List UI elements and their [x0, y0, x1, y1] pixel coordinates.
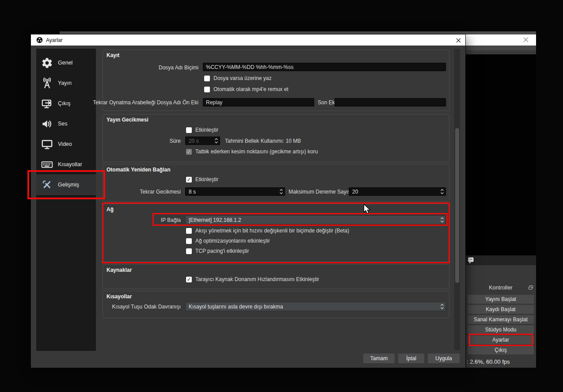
duration-label: Süre [170, 138, 181, 144]
spinbox-arrows-icon[interactable] [439, 188, 445, 195]
section-title: Kayıt [107, 52, 119, 58]
browser-hw-accel-checkbox-row: Tarayıcı Kaynak Donanım Hızlandırmasını … [186, 276, 319, 282]
start-recording-button[interactable]: Kaydı Başlat [468, 305, 534, 314]
reconnect-enable-checkbox[interactable] [186, 177, 192, 183]
replay-prefix-input[interactable] [203, 98, 314, 107]
overwrite-checkbox[interactable] [204, 76, 210, 81]
preserve-cutoff-checkbox[interactable] [186, 149, 192, 155]
ok-button[interactable]: Tamam [363, 354, 395, 363]
section-recording: Kayıt Dosya Adı Biçimi Dosya varsa üzeri… [103, 49, 449, 111]
retry-delay-spinbox[interactable]: 8 s [185, 187, 285, 196]
annotation-bind-ip-highlight [152, 213, 448, 226]
retry-delay-label: Tekrar Gecikmesi [140, 189, 181, 195]
cancel-button[interactable]: İptal [398, 354, 424, 363]
sidebar-item-yayin[interactable]: Yayın [36, 73, 96, 93]
hotkey-focus-combobox[interactable]: Kısayol tuşlarını asla devre dışı bırakm… [185, 302, 446, 311]
dialog-titlebar: Ayarlar [31, 34, 465, 46]
section-auto-reconnect: Otomatik Yeniden Bağlan Etkinleştir Tekr… [103, 164, 449, 202]
annotation-network-section-highlight [102, 202, 450, 263]
filename-format-input[interactable] [203, 63, 446, 71]
browser-hw-accel-checkbox[interactable] [186, 277, 192, 282]
delay-enable-checkbox-label: Etkinleştir [195, 127, 218, 133]
sidebar-item-label: Ses [58, 121, 68, 127]
exit-button[interactable]: Çıkış [468, 346, 534, 354]
overwrite-checkbox-label: Dosya varsa üzerine yaz [213, 75, 271, 81]
broadcast-antenna-icon [40, 76, 53, 90]
reconnect-enable-checkbox-row: Etkinleştir [186, 176, 218, 183]
replay-prefix-label: Tekrar Oynatma Arabelleği Dosya Adı Ön E… [93, 99, 198, 106]
annotation-gelismis-highlight [27, 170, 105, 199]
keyboard-icon [40, 158, 53, 171]
max-retries-label: Maksimum Deneme Sayısı [289, 189, 352, 195]
section-sources: Kaynaklar Tarayıcı Kaynak Donanım Hızlan… [103, 264, 449, 289]
dialog-close-icon[interactable] [455, 37, 462, 44]
remux-checkbox[interactable] [204, 87, 210, 92]
remux-checkbox-row: Otomatik olarak mp4'e remux et [204, 86, 289, 92]
suffix-label: Son Eki [318, 99, 336, 106]
overwrite-checkbox-row: Dosya varsa üzerine yaz [204, 75, 271, 81]
dialog-scrollbar[interactable] [454, 49, 460, 350]
studio-mode-button[interactable]: Stüdyo Modu [468, 325, 534, 334]
reconnect-enable-checkbox-label: Etkinleştir [195, 176, 218, 183]
settings-dialog: Ayarlar Genel Yayın [31, 34, 465, 368]
speaker-icon [40, 117, 53, 130]
section-stream-delay: Yayın Gecikmesi Etkinleştir Süre 20 s Ta… [103, 114, 449, 162]
close-icon[interactable] [523, 37, 529, 43]
filename-format-label: Dosya Adı Biçimi [159, 65, 198, 71]
spinbox-arrows-icon[interactable] [278, 188, 285, 195]
settings-sidebar: Genel Yayın Çıkış [36, 49, 96, 351]
section-title: Kısayollar [107, 293, 132, 300]
monitor-icon [40, 137, 53, 151]
section-title: Kaynaklar [107, 267, 132, 273]
spinbox-arrows-icon[interactable] [213, 137, 220, 145]
sidebar-item-label: Yayın [58, 80, 72, 86]
combobox-arrows-icon[interactable] [439, 302, 445, 311]
gear-icon [40, 56, 53, 69]
remux-checkbox-label: Otomatik olarak mp4'e remux et [213, 86, 289, 92]
monitor-arrow-icon [40, 97, 53, 110]
sidebar-item-label: Video [58, 141, 72, 147]
apply-button[interactable]: Uygula [428, 354, 460, 363]
suffix-input[interactable] [335, 98, 446, 107]
annotation-settings-button-highlight [469, 334, 533, 346]
delay-enable-checkbox[interactable] [186, 127, 192, 133]
memory-usage-note: Tahmini Bellek Kullanımı: 10 MB [225, 138, 301, 144]
sidebar-item-genel[interactable]: Genel [36, 53, 96, 73]
controls-dock-title: Kontroller [465, 285, 536, 291]
sidebar-item-ses[interactable]: Ses [36, 114, 96, 134]
scrollbar-thumb[interactable] [455, 128, 459, 283]
main-window-top-edge [60, 31, 536, 34]
preserve-cutoff-checkbox-label: Tatbik ederken kesim noktasını (gecikme … [195, 148, 318, 155]
max-retries-spinbox[interactable]: 20 [349, 187, 446, 196]
preserve-cutoff-checkbox-row: Tatbik ederken kesim noktasını (gecikme … [186, 148, 318, 155]
dialog-title: Ayarlar [46, 37, 63, 43]
delay-enable-checkbox-row: Etkinleştir [186, 127, 218, 133]
obs-logo-icon [36, 37, 43, 43]
section-title: Otomatik Yeniden Bağlan [107, 167, 170, 173]
sidebar-item-cikis[interactable]: Çıkış [36, 93, 96, 114]
mouse-cursor [363, 204, 371, 215]
section-hotkeys: Kısayollar Kısayol Tuşu Odak Davranışı K… [103, 291, 449, 318]
sidebar-item-label: Kısayollar [58, 161, 82, 167]
duration-spinbox[interactable]: 20 s [185, 137, 220, 145]
sidebar-item-video[interactable]: Video [36, 134, 96, 154]
start-virtual-camera-button[interactable]: Sanal Kamerayı Başlat [468, 315, 534, 324]
dock-float-icon[interactable] [529, 285, 533, 289]
hotkey-focus-label: Kısayol Tuşu Odak Davranışı [112, 304, 181, 310]
browser-hw-accel-checkbox-label: Tarayıcı Kaynak Donanım Hızlandırmasını … [195, 276, 319, 282]
start-streaming-button[interactable]: Yayını Başlat [468, 295, 534, 304]
note-icon [468, 257, 474, 263]
status-fps-text: : 2.6%, 60.00 fps [467, 358, 510, 365]
section-title: Yayın Gecikmesi [107, 117, 148, 123]
sidebar-item-label: Genel [58, 60, 72, 66]
sidebar-item-label: Çıkış [58, 100, 70, 107]
